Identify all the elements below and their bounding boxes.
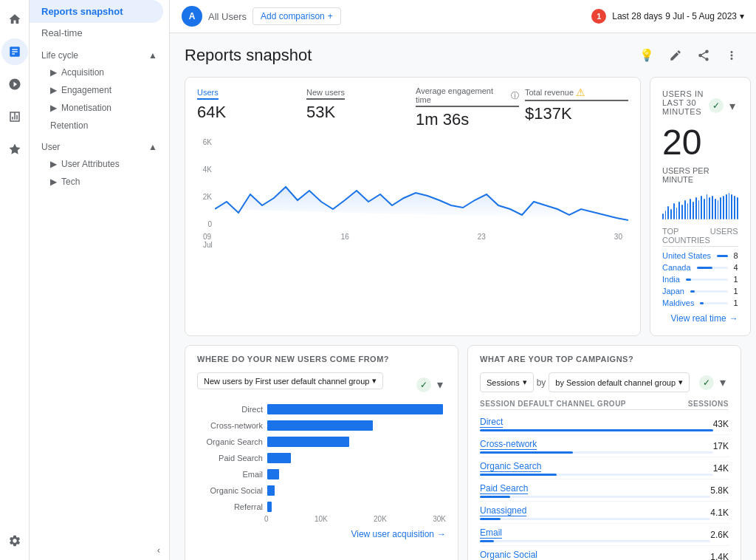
date-range[interactable]: Last 28 days 9 Jul - 5 Aug 2023 ▾ (612, 11, 744, 21)
camp-name[interactable]: Paid Search (480, 483, 528, 494)
gear-icon[interactable] (1, 527, 28, 554)
sidebar-reports-snapshot[interactable]: Reports snapshot (30, 0, 163, 23)
realtime-bar-item (729, 193, 730, 219)
sidebar-tech[interactable]: ▶ Tech (30, 173, 169, 191)
sidebar-collapse-btn[interactable]: ‹ (30, 540, 169, 560)
more-icon-btn[interactable] (722, 45, 741, 65)
advertising-icon[interactable] (1, 103, 28, 130)
configure-icon[interactable] (1, 136, 28, 163)
tech-arrow: ▶ (50, 177, 57, 187)
x-30k: 30K (433, 515, 446, 523)
date-badge: 1 (591, 9, 606, 24)
camp-table-row: Email 2.6K (480, 524, 729, 546)
bar-track (267, 437, 443, 447)
share-icon-btn[interactable] (694, 45, 713, 65)
metric-engagement: Average engagement time ⓘ 1m 36s (416, 86, 519, 129)
camp-row-left: Email (480, 527, 710, 542)
bar-chart: Direct Cross-network Organic Search Paid… (197, 404, 446, 512)
sidebar-acquisition[interactable]: ▶ Acquisition (30, 64, 169, 81)
camp-name[interactable]: Unassigned (480, 505, 526, 516)
country-name[interactable]: India (662, 275, 680, 284)
edit-icon-btn[interactable] (666, 45, 685, 65)
camp-name[interactable]: Email (480, 527, 502, 539)
sidebar-engagement[interactable]: ▶ Engagement (30, 81, 169, 99)
camp-name[interactable]: Cross-network (480, 439, 537, 450)
settings-icon-bottom[interactable] (1, 527, 28, 554)
user-collapse-icon[interactable]: ▲ (148, 142, 157, 152)
countries-header: TOP COUNTRIES USERS (662, 225, 738, 247)
acq-card-header: WHERE DO YOUR NEW USERS COME FROM? (197, 355, 446, 369)
realtime-bar-item (718, 200, 719, 219)
content-area: Reports snapshot 💡 Users (170, 33, 756, 560)
camp-row-left: Organic Search (480, 460, 713, 476)
country-row: Japan 1 (662, 285, 738, 297)
campaigns-more-btn[interactable]: ▾ (717, 372, 729, 392)
users-label[interactable]: Users (197, 88, 219, 100)
session-channel-filter-btn[interactable]: by Session default channel group ▾ (549, 372, 690, 392)
camp-bar-fill (480, 429, 713, 431)
bar-fill (267, 437, 349, 447)
channel-arrow: ▾ (678, 378, 683, 387)
sidebar-user-attributes[interactable]: ▶ User Attributes (30, 155, 169, 173)
camp-bar-fill (480, 496, 510, 498)
realtime-title: USERS IN LAST 30 MINUTES (662, 89, 709, 116)
bar-chart-row: Direct (200, 404, 443, 414)
reports-icon[interactable] (1, 38, 28, 65)
sessions-arrow: ▾ (523, 378, 527, 387)
explore-icon[interactable] (1, 71, 28, 98)
camp-name[interactable]: Direct (480, 417, 503, 428)
camp-value: 4.1K (710, 508, 729, 518)
add-comparison-button[interactable]: Add comparison + (252, 7, 341, 25)
chevron-down-icon: ▾ (740, 11, 744, 21)
top-countries-col: TOP COUNTRIES (662, 227, 710, 245)
revenue-label[interactable]: Total revenue ⚠ (525, 86, 628, 101)
country-name[interactable]: United States (662, 251, 711, 260)
camp-bar-bg (480, 540, 710, 542)
realtime-bar-item (690, 199, 691, 219)
country-row: Maldives 1 (662, 297, 738, 309)
lifecycle-collapse-icon[interactable]: ▲ (148, 50, 157, 61)
top-cards-row: Users 64K New users 53K Average engageme… (185, 77, 741, 336)
realtime-bar-item (678, 202, 680, 219)
sidebar-retention[interactable]: Retention (30, 117, 169, 134)
new-users-label[interactable]: New users (306, 88, 345, 100)
country-name[interactable]: Japan (662, 287, 684, 296)
home-icon[interactable] (1, 6, 28, 33)
sessions-filter-btn[interactable]: Sessions ▾ (480, 372, 534, 392)
acq-filter-btn[interactable]: New users by First user default channel … (197, 372, 383, 389)
metric-revenue: Total revenue ⚠ $137K (525, 86, 628, 129)
bar-label: Organic Search (200, 437, 263, 446)
main-chart: 6K 4K 2K 0 (197, 132, 628, 228)
realtime-header: USERS IN LAST 30 MINUTES ✓ ▾ (662, 89, 738, 122)
realtime-per-minute: USERS PER MINUTE (662, 166, 738, 184)
camp-bar-fill (480, 451, 573, 454)
view-acquisition-link[interactable]: View user acquisition → (197, 523, 446, 539)
camp-name[interactable]: Organic Social (480, 550, 537, 560)
realtime-bar-item (684, 200, 686, 219)
metrics-chart-card: Users 64K New users 53K Average engageme… (185, 77, 641, 336)
country-name[interactable]: Maldives (662, 298, 694, 307)
campaigns-section-title: WHAT ARE YOUR TOP CAMPAIGNS? (480, 355, 633, 363)
camp-value: 14K (713, 463, 729, 474)
country-bar-fill (697, 267, 712, 269)
bar-fill (267, 502, 272, 512)
bar-track (267, 404, 443, 414)
engagement-label[interactable]: Average engagement time ⓘ (416, 86, 519, 107)
camp-value: 43K (713, 419, 729, 429)
sidebar-monetisation[interactable]: ▶ Monetisation (30, 99, 169, 117)
acquisition-arrow: ▶ (50, 67, 57, 78)
y-label-0: 0 (197, 220, 212, 228)
realtime-more-btn[interactable]: ▾ (726, 96, 738, 116)
country-name[interactable]: Canada (662, 263, 691, 272)
sidebar-realtime[interactable]: Real-time (30, 23, 169, 43)
monetisation-arrow: ▶ (50, 103, 57, 113)
view-realtime-link[interactable]: View real time → (662, 309, 738, 324)
lightbulb-icon-btn[interactable]: 💡 (636, 45, 657, 65)
acq-more-btn[interactable]: ▾ (434, 375, 446, 395)
bar-label: Organic Social (200, 486, 263, 495)
camp-bar-bg (480, 451, 713, 454)
camp-bar-bg (480, 474, 713, 476)
realtime-bar-item (707, 194, 708, 219)
bar-chart-row: Paid Search (200, 453, 443, 463)
camp-name[interactable]: Organic Search (480, 461, 541, 472)
